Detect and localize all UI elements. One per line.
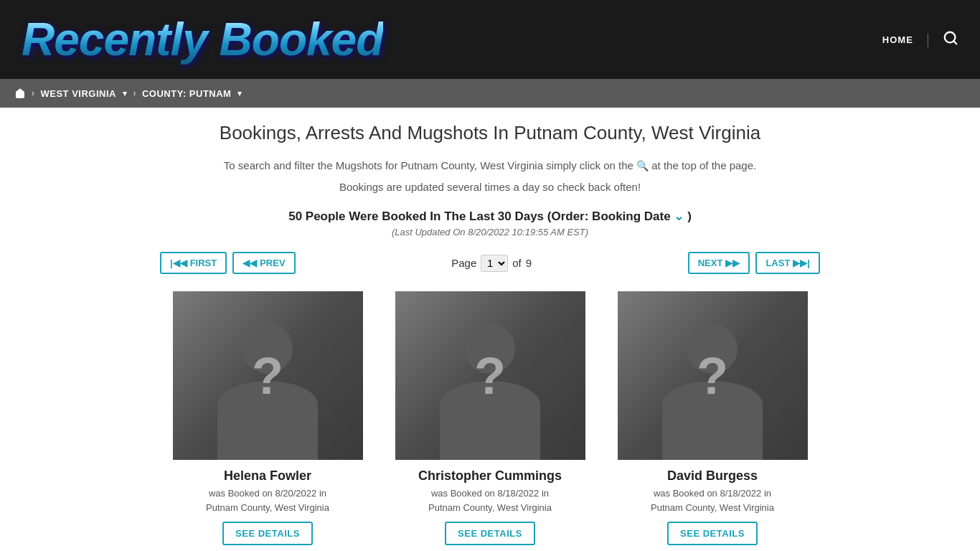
nav-divider: |	[926, 32, 930, 48]
breadcrumb-county[interactable]: COUNTY: PUTNAM ▾	[142, 88, 242, 99]
page-of: of	[512, 257, 522, 269]
main-content: Bookings, Arrests And Mugshots In Putnam…	[138, 108, 842, 551]
first-button[interactable]: |◀◀ FIRST	[160, 252, 227, 274]
see-details-button-1[interactable]: SEE DETAILS	[445, 522, 535, 545]
page-select[interactable]: 1 2 3 4 5 6 7 8 9	[481, 255, 508, 272]
site-logo[interactable]: Recently Booked	[22, 13, 383, 66]
last-updated-text: (Last Updated On 8/20/2022 10:19:55 AM E…	[153, 227, 827, 237]
last-icon: ▶▶|	[793, 258, 810, 268]
card-booking-0: was Booked on 8/20/2022 in Putnam County…	[206, 486, 329, 514]
card-name-0: Helena Fowler	[224, 468, 311, 484]
breadcrumb-county-link[interactable]: COUNTY: PUTNAM	[142, 88, 231, 99]
see-details-button-0[interactable]: SEE DETAILS	[222, 522, 313, 545]
mugshot-image-2[interactable]: ?	[618, 291, 808, 460]
booking-summary: 50 People Were Booked In The Last 30 Day…	[153, 209, 827, 224]
mugshot-image-0[interactable]: ?	[173, 291, 363, 460]
card-name-1: Christopher Cummings	[418, 468, 562, 484]
next-icon: ▶▶	[725, 258, 740, 268]
page-total: 9	[526, 257, 532, 269]
prev-icon: ◀◀	[242, 258, 257, 268]
pagination-center: Page 1 2 3 4 5 6 7 8 9 of 9	[451, 255, 532, 272]
prev-button[interactable]: ◀◀ PREV	[232, 252, 295, 274]
mugshot-card-1: ? Christopher Cummings was Booked on 8/1…	[386, 291, 594, 545]
county-dropdown-icon[interactable]: ▾	[237, 89, 242, 98]
state-dropdown-icon[interactable]: ▾	[123, 89, 128, 98]
last-button[interactable]: LAST ▶▶|	[755, 252, 820, 274]
svg-line-1	[953, 41, 956, 44]
home-icon	[14, 88, 26, 99]
search-icon	[943, 30, 958, 46]
cards-row: ? Helena Fowler was Booked on 8/20/2022 …	[153, 291, 827, 545]
mugshot-card-2: ? David Burgess was Booked on 8/18/2022 …	[608, 291, 816, 545]
inline-search-icon: 🔍	[636, 160, 649, 171]
mugshot-card-0: ? Helena Fowler was Booked on 8/20/2022 …	[164, 291, 372, 545]
card-booking-2: was Booked on 8/18/2022 in Putnam County…	[651, 486, 774, 514]
site-header: Recently Booked HOME |	[0, 0, 980, 79]
nav-home-link[interactable]: HOME	[882, 34, 913, 45]
breadcrumb-arrow-1: ›	[32, 88, 35, 98]
breadcrumb-home[interactable]	[14, 88, 26, 99]
silhouette-0: ?	[173, 291, 363, 460]
breadcrumb-state-link[interactable]: WEST VIRGINIA	[41, 88, 116, 99]
silhouette-1: ?	[395, 291, 585, 460]
breadcrumb-arrow-2: ›	[133, 88, 136, 98]
page-label: Page	[451, 257, 476, 269]
description-text-1: To search and filter the Mugshots for Pu…	[153, 157, 827, 174]
pagination-left: |◀◀ FIRST ◀◀ PREV	[160, 252, 296, 274]
sort-icon: ⌄	[674, 209, 684, 223]
card-name-2: David Burgess	[667, 468, 758, 484]
breadcrumb-state[interactable]: WEST VIRGINIA ▾	[41, 88, 128, 99]
breadcrumb-bar: › WEST VIRGINIA ▾ › COUNTY: PUTNAM ▾	[0, 79, 980, 108]
question-mark-2: ?	[697, 350, 728, 402]
header-nav: HOME |	[882, 30, 958, 50]
first-icon: |◀◀	[170, 258, 187, 268]
see-details-button-2[interactable]: SEE DETAILS	[667, 522, 758, 545]
pagination-top: |◀◀ FIRST ◀◀ PREV Page 1 2 3 4 5 6 7 8 9…	[153, 252, 827, 274]
mugshot-image-1[interactable]: ?	[395, 291, 585, 460]
next-button[interactable]: NEXT ▶▶	[688, 252, 750, 274]
search-button[interactable]	[943, 30, 958, 50]
question-mark-0: ?	[252, 350, 283, 402]
card-booking-1: was Booked on 8/18/2022 in Putnam County…	[428, 486, 552, 514]
description-text-2: Bookings are updated several times a day…	[153, 179, 827, 196]
silhouette-2: ?	[618, 291, 808, 460]
pagination-right: NEXT ▶▶ LAST ▶▶|	[688, 252, 820, 274]
page-title: Bookings, Arrests And Mugshots In Putnam…	[153, 122, 827, 144]
question-mark-1: ?	[474, 350, 506, 402]
